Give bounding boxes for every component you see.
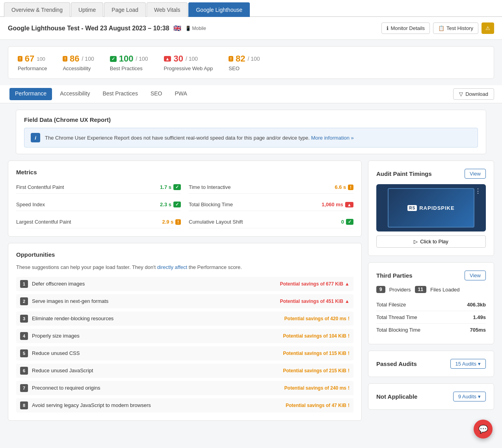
tab-overview[interactable]: Overview & Trending — [4, 2, 70, 17]
score-performance: ! 67 100 Performance — [18, 54, 47, 71]
score-pwa-value: ▲ 30 / 100 — [164, 54, 213, 64]
warning-icon: ⚠ — [485, 25, 490, 31]
history-icon: 📋 — [438, 25, 444, 31]
tp-title: Third Parties — [376, 272, 413, 279]
tp-providers-label: Providers — [389, 287, 411, 293]
device-badge: 📱 Mobile — [185, 26, 206, 31]
warn-badge-8: ! — [348, 403, 350, 408]
opp-num-6: 6 — [20, 367, 28, 375]
opp-item-7: 7 Preconnect to required origins Potenti… — [16, 381, 353, 395]
metrics-grid: First Contentful Paint 1.7 s ✓ Time to I… — [16, 181, 353, 228]
sub-tab-accessibility[interactable]: Accessibility — [54, 86, 96, 103]
opportunities-intro: These suggestions can help your page loa… — [16, 263, 353, 271]
info-link[interactable]: More information » — [311, 135, 353, 141]
sub-tab-best-practices[interactable]: Best Practices — [96, 86, 144, 103]
test-history-button[interactable]: 📋 Test History — [433, 22, 478, 34]
download-button[interactable]: ▽ Download — [453, 88, 494, 100]
opp-label-6: Reduce unused JavaScript — [32, 368, 93, 373]
sub-tabs: Performance Accessibility Best Practices… — [0, 85, 502, 103]
na-title: Not Applicable — [376, 393, 417, 400]
opp-item-4: 4 Properly size images Potential savings… — [16, 329, 353, 343]
metrics-title: Metrics — [16, 169, 353, 175]
score-best-practices-label: Best Practices — [110, 65, 148, 71]
not-applicable-card: Not Applicable 9 Audits ▾ — [368, 383, 494, 410]
tp-filesize-label: Total Filesize — [376, 302, 406, 308]
score-pwa: ▲ 30 / 100 Progressive Web App — [164, 54, 213, 71]
device-icon: 📱 — [185, 26, 191, 31]
apt-view-button[interactable]: View — [465, 169, 486, 179]
tp-threadtime-label: Total Thread Time — [376, 314, 417, 320]
opp-num-4: 4 — [20, 332, 28, 340]
opp-label-1: Defer offscreen images — [32, 281, 85, 287]
menu-dots-icon[interactable]: ⋮ — [475, 187, 481, 195]
score-performance-value: ! 67 100 — [18, 54, 47, 64]
metric-fcp: First Contentful Paint 1.7 s ✓ — [16, 181, 181, 194]
audit-paint-card: Audit Paint Timings View RS RAPIDSPIKE ⋮… — [368, 161, 494, 256]
opp-num-3: 3 — [20, 315, 28, 323]
field-data-card: Field Data (Chrome UX Report) i The Chro… — [16, 110, 486, 154]
score-pwa-label: Progressive Web App — [164, 65, 213, 71]
rapidspike-logo: RS RAPIDSPIKE — [407, 205, 454, 211]
opp-savings-7: Potential savings of 240 ms ! — [284, 385, 350, 391]
danger-triangle-1: ▲ — [345, 281, 350, 287]
sub-tab-seo[interactable]: SEO — [144, 86, 169, 103]
right-panel: Audit Paint Timings View RS RAPIDSPIKE ⋮… — [368, 161, 494, 421]
opp-savings-4: Potential savings of 104 KiB ! — [283, 333, 350, 339]
sub-tab-pwa[interactable]: PWA — [168, 86, 193, 103]
flag-icon: 🇬🇧 — [173, 24, 181, 32]
chevron-down-icon-pa: ▾ — [478, 361, 481, 367]
opp-label-4: Properly size images — [32, 333, 80, 339]
chevron-down-icon-na: ▾ — [478, 394, 481, 399]
page-header: Google Lighthouse Test - Wed 23 August 2… — [0, 17, 502, 40]
tp-view-button[interactable]: View — [465, 271, 486, 280]
screenshot-box: RS RAPIDSPIKE ⋮ — [376, 184, 486, 231]
opp-num-8: 8 — [20, 401, 28, 409]
third-parties-card: Third Parties View 9 Providers 11 Files … — [368, 262, 494, 344]
info-box: i The Chrome User Experience Report does… — [24, 128, 478, 147]
apt-header: Audit Paint Timings View — [376, 169, 486, 179]
field-data-section: Field Data (Chrome UX Report) i The Chro… — [0, 103, 502, 154]
pa-expand-button[interactable]: 15 Audits ▾ — [450, 359, 486, 369]
opp-savings-2: Potential savings of 451 KiB ▲ — [280, 299, 350, 304]
score-accessibility: ! 86 / 100 Accessibility — [63, 54, 94, 71]
tab-google-lighthouse[interactable]: Google Lighthouse — [188, 2, 250, 17]
page-title: Google Lighthouse Test - Wed 23 August 2… — [8, 25, 169, 32]
score-best-practices: ✓ 100 / 100 Best Practices — [110, 54, 148, 71]
opportunities-list: 1 Defer offscreen images Potential savin… — [16, 277, 353, 413]
metric-fcp-badge: ✓ — [173, 184, 181, 190]
tab-page-load[interactable]: Page Load — [104, 2, 146, 17]
score-best-practices-value: ✓ 100 / 100 — [110, 54, 148, 64]
tab-uptime[interactable]: Uptime — [71, 2, 103, 17]
score-accessibility-value: ! 86 / 100 — [63, 54, 94, 64]
metric-lcp-badge: ! — [175, 219, 181, 225]
tp-threadtime-value: 1.49s — [473, 314, 486, 320]
play-button[interactable]: ▷ Click to Play — [376, 235, 486, 248]
metric-tbt-badge: ▲ — [345, 202, 353, 207]
tp-blockingtime-label: Total Blocking Time — [376, 327, 420, 333]
directly-affect-link[interactable]: directly affect — [157, 264, 187, 270]
filter-icon: ▽ — [459, 91, 463, 97]
danger-triangle-2: ▲ — [345, 299, 350, 304]
opp-savings-6: Potential savings of 215 KiB ! — [283, 368, 350, 373]
warning-button[interactable]: ⚠ — [482, 22, 494, 34]
score-performance-badge: ! — [18, 56, 22, 62]
opp-label-8: Avoid serving legacy JavaScript to moder… — [32, 402, 151, 408]
warn-badge-4: ! — [348, 333, 350, 339]
tab-web-vitals[interactable]: Web Vitals — [147, 2, 188, 17]
opp-savings-1: Potential savings of 677 KiB ▲ — [280, 281, 350, 287]
tp-row-blockingtime: Total Blocking Time 705ms — [376, 324, 486, 336]
opp-item-3: 3 Eliminate render-blocking resources Po… — [16, 312, 353, 326]
pa-title: Passed Audits — [376, 360, 417, 367]
opp-num-2: 2 — [20, 297, 28, 305]
metric-cls-badge: ✓ — [346, 219, 353, 225]
monitor-details-button[interactable]: ℹ Monitor Details — [381, 22, 430, 34]
tp-files-label: Files Loaded — [430, 287, 459, 293]
sub-tab-performance[interactable]: Performance — [9, 88, 52, 100]
warn-badge-3: ! — [348, 316, 350, 321]
na-expand-button[interactable]: 9 Audits ▾ — [453, 392, 486, 401]
chat-icon: 💬 — [478, 424, 488, 427]
opp-label-2: Serve images in next-gen formats — [32, 298, 108, 304]
score-pwa-badge: ▲ — [164, 56, 171, 62]
tp-row-threadtime: Total Thread Time 1.49s — [376, 311, 486, 324]
passed-audits-card: Passed Audits 15 Audits ▾ — [368, 351, 494, 377]
